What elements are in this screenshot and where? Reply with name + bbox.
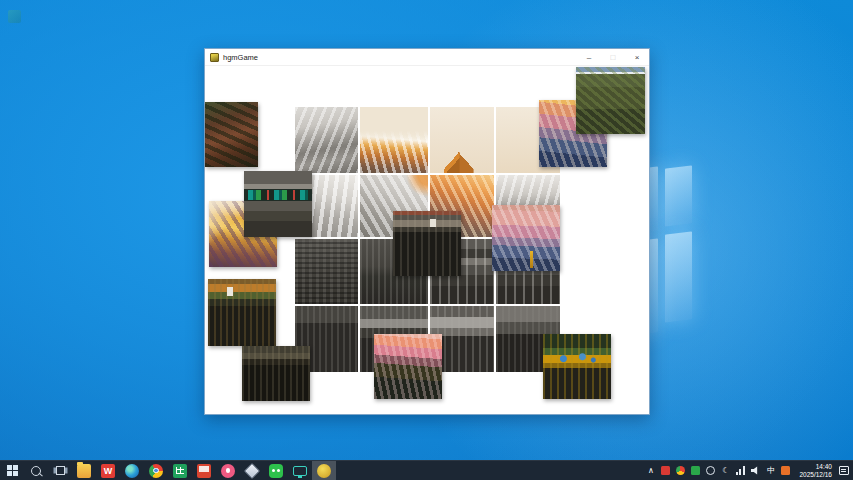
- taskbar-chrome-button[interactable]: [144, 461, 168, 480]
- puzzle-piece-sunset-trees[interactable]: [374, 334, 442, 399]
- puzzle-piece-gold-blue-shore[interactable]: [543, 334, 611, 399]
- spreadsheet-icon: [173, 464, 187, 478]
- close-button[interactable]: ×: [625, 49, 649, 65]
- music-icon: [221, 464, 235, 478]
- launcher-icon: [244, 462, 260, 478]
- start-button[interactable]: [0, 461, 24, 480]
- wechat-tray-icon[interactable]: [688, 461, 703, 480]
- network-glyph: [736, 466, 746, 475]
- cloud-tray-glyph: [706, 466, 715, 475]
- taskbar-music-button[interactable]: [216, 461, 240, 480]
- grid-tile-gray-rock[interactable]: [295, 107, 358, 173]
- task-view-button[interactable]: [48, 461, 72, 480]
- taskbar-remote-monitor-button[interactable]: [288, 461, 312, 480]
- puzzle-piece-temple-lake[interactable]: [393, 211, 461, 276]
- window-title: hgmGame: [223, 53, 577, 62]
- puzzle-piece-pink-pagoda[interactable]: [492, 205, 560, 271]
- search-button[interactable]: [24, 461, 48, 480]
- puzzle-piece-dark-trees[interactable]: [576, 67, 645, 134]
- taskbar-wechat-button[interactable]: [264, 461, 288, 480]
- browser-tray-icon[interactable]: [673, 461, 688, 480]
- volume-glyph: [751, 466, 761, 475]
- action-center-icon: [839, 466, 849, 475]
- grid-tile-gray-trees[interactable]: [295, 239, 358, 304]
- taskbar-edge-button[interactable]: [120, 461, 144, 480]
- taskbar-file-explorer-button[interactable]: [72, 461, 96, 480]
- hgmgame-window: hgmGame – □ ×: [204, 48, 650, 415]
- file-explorer-icon: [77, 464, 91, 478]
- maximize-button[interactable]: □: [601, 49, 625, 65]
- quiet-hours-icon[interactable]: ☾: [718, 461, 733, 480]
- taskbar-clock[interactable]: 14:40 2025/12/16: [793, 463, 837, 478]
- windows-logo-icon: [7, 465, 18, 476]
- security-tray-icon[interactable]: [778, 461, 793, 480]
- desktop-shortcut-icon[interactable]: [8, 10, 21, 23]
- taskbar-spreadsheet-button[interactable]: [168, 461, 192, 480]
- remote-monitor-icon: [293, 466, 307, 476]
- grid-tile-color-peaks[interactable]: [360, 107, 428, 173]
- network-icon[interactable]: [733, 461, 748, 480]
- tray-icons: ∧☾中: [643, 461, 793, 480]
- security-tray-glyph: [781, 466, 790, 475]
- puzzle-piece-cliff-trees[interactable]: [205, 102, 258, 167]
- wechat-tray-glyph: [691, 466, 700, 475]
- grid-tile-warm-sky-peak[interactable]: [430, 107, 494, 173]
- puzzle-piece-dark-lake[interactable]: [242, 346, 310, 401]
- puzzle-piece-green-temple[interactable]: [244, 171, 312, 237]
- puzzle-piece-lake-shore[interactable]: [208, 279, 276, 346]
- clock-time: 14:40: [816, 463, 832, 471]
- wechat-icon: [269, 464, 283, 478]
- taskbar-launcher-button[interactable]: [240, 461, 264, 480]
- system-tray: ∧☾中 14:40 2025/12/16: [643, 461, 853, 480]
- action-center-button[interactable]: [837, 461, 850, 480]
- search-icon: [31, 466, 41, 476]
- ime-indicator-icon[interactable]: 中: [763, 461, 778, 480]
- edge-icon: [125, 464, 139, 478]
- puzzle-board: [205, 49, 649, 414]
- taskbar: ∧☾中 14:40 2025/12/16: [0, 460, 853, 480]
- taskbar-wps-office-button[interactable]: [96, 461, 120, 480]
- wps-tray-icon[interactable]: [658, 461, 673, 480]
- screen-share-icon: [197, 464, 211, 478]
- wps-office-icon: [101, 464, 115, 478]
- task-view-icon: [56, 466, 65, 475]
- volume-icon[interactable]: [748, 461, 763, 480]
- desktop: hgmGame – □ × ∧☾中 14:40 2025/12/16: [0, 0, 853, 480]
- minimize-button[interactable]: –: [577, 49, 601, 65]
- pinned-apps: [72, 461, 336, 480]
- window-titlebar[interactable]: hgmGame – □ ×: [205, 49, 649, 66]
- hgm-game-icon: [317, 464, 331, 478]
- app-icon: [210, 53, 219, 62]
- taskbar-screen-share-button[interactable]: [192, 461, 216, 480]
- taskbar-hgm-game-button[interactable]: [312, 461, 336, 480]
- tray-chevron-icon[interactable]: ∧: [643, 461, 658, 480]
- clock-date: 2025/12/16: [799, 471, 832, 479]
- cloud-tray-icon[interactable]: [703, 461, 718, 480]
- chrome-icon: [149, 464, 163, 478]
- browser-tray-glyph: [676, 466, 685, 475]
- wps-tray-glyph: [661, 466, 670, 475]
